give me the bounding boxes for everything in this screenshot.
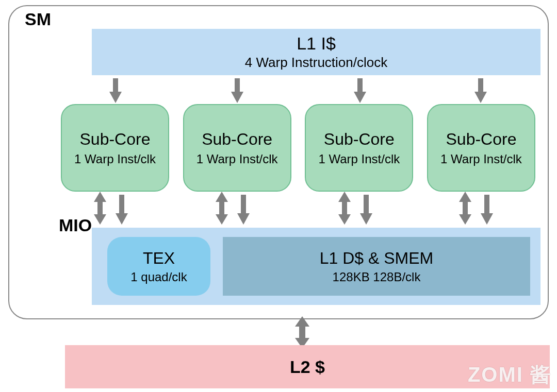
- subcore-0: Sub-Core 1 Warp Inst/clk: [61, 104, 169, 192]
- svg-marker-1: [109, 92, 122, 103]
- svg-marker-10: [94, 214, 106, 225]
- subcore-sub: 1 Warp Inst/clk: [440, 152, 522, 166]
- l2-label: L2 $: [290, 357, 325, 377]
- subcore-1: Sub-Core 1 Warp Inst/clk: [183, 104, 291, 192]
- arrow-down-icon: [360, 195, 372, 225]
- arrow-down-icon: [231, 76, 243, 103]
- tex-title: TEX: [143, 249, 175, 268]
- svg-marker-20: [338, 214, 351, 225]
- subcore-title: Sub-Core: [80, 130, 151, 149]
- subcore-title: Sub-Core: [202, 130, 272, 149]
- subcore-3: Sub-Core 1 Warp Inst/clk: [427, 104, 535, 192]
- arrow-down-icon: [354, 76, 366, 103]
- arrow-down-icon: [474, 76, 487, 103]
- arrow-updown-icon: [459, 192, 471, 225]
- svg-marker-25: [459, 214, 471, 225]
- l1d-smem-block: L1 D$ & SMEM 128KB 128B/clk: [223, 237, 530, 296]
- svg-marker-15: [216, 214, 228, 225]
- svg-marker-17: [237, 213, 250, 225]
- arrow-down-icon: [116, 195, 128, 225]
- subcore-title: Sub-Core: [446, 130, 516, 149]
- arrow-down-icon: [109, 76, 122, 103]
- svg-marker-5: [354, 92, 366, 103]
- subcore-2: Sub-Core 1 Warp Inst/clk: [305, 104, 413, 192]
- mio-label: MIO: [59, 215, 92, 235]
- subcore-sub: 1 Warp Inst/clk: [196, 152, 278, 166]
- l1-instruction-cache: L1 I$ 4 Warp Instruction/clock: [92, 29, 540, 75]
- sm-container: SM L1 I$ 4 Warp Instruction/clock Sub-Co…: [8, 5, 549, 319]
- tex-sub: 1 quad/clk: [130, 270, 187, 284]
- arrow-down-icon: [481, 195, 493, 225]
- subcore-sub: 1 Warp Inst/clk: [318, 152, 400, 166]
- subcore-row: Sub-Core 1 Warp Inst/clk Sub-Core 1 Warp…: [61, 104, 535, 192]
- watermark: ZOMI 酱: [468, 361, 552, 389]
- tex-block: TEX 1 quad/clk: [107, 237, 210, 296]
- l1i-title: L1 I$: [92, 33, 540, 54]
- svg-marker-22: [360, 213, 372, 225]
- arrow-updown-icon: [295, 316, 309, 348]
- l1d-sub: 128KB 128B/clk: [333, 270, 421, 284]
- svg-marker-7: [474, 92, 487, 103]
- arrow-updown-icon: [216, 192, 228, 225]
- svg-marker-27: [481, 213, 493, 225]
- l1i-subtitle: 4 Warp Instruction/clock: [92, 55, 540, 71]
- mio-box: TEX 1 quad/clk L1 D$ & SMEM 128KB 128B/c…: [92, 228, 540, 305]
- subcore-sub: 1 Warp Inst/clk: [74, 152, 156, 166]
- arrow-updown-icon: [338, 192, 351, 225]
- svg-marker-12: [116, 213, 128, 225]
- arrow-row-top: [9, 76, 548, 105]
- arrow-updown-icon: [94, 192, 106, 225]
- svg-marker-3: [231, 92, 243, 103]
- subcore-title: Sub-Core: [324, 130, 395, 149]
- arrow-down-icon: [237, 195, 250, 225]
- sm-label: SM: [25, 9, 51, 29]
- l1d-title: L1 D$ & SMEM: [320, 249, 434, 268]
